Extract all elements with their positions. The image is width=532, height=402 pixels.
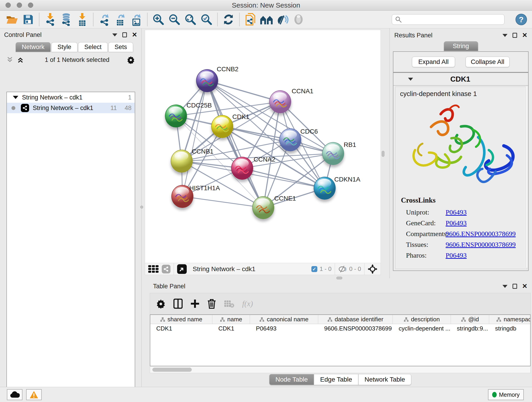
tab-select[interactable]: Select — [78, 42, 108, 52]
node-CCNB2[interactable] — [196, 69, 218, 92]
collapse-triangle-icon[interactable] — [13, 96, 18, 99]
edge-HIST1H1A-CCNE1[interactable] — [182, 196, 263, 208]
cloud-status-button[interactable] — [7, 389, 22, 400]
expand-all-icon[interactable] — [17, 56, 24, 63]
maximize-window-button[interactable] — [28, 2, 33, 8]
node-CCNB1[interactable] — [171, 150, 193, 172]
save-session-button[interactable] — [22, 13, 35, 26]
table-cell[interactable]: stringdb — [489, 324, 531, 333]
import-network-from-database-button[interactable] — [60, 13, 73, 26]
apply-preferred-layout-button[interactable] — [222, 13, 235, 26]
tab-sets[interactable]: Sets — [108, 42, 133, 52]
table-cell[interactable]: CDK1 — [212, 324, 250, 333]
collapse-all-button[interactable]: Collapse All — [466, 57, 510, 67]
minimize-window-button[interactable] — [17, 2, 22, 8]
column-header--id[interactable]: @id — [451, 315, 489, 324]
zoom-out-button[interactable] — [168, 13, 181, 26]
column-header-shared-name[interactable]: shared name — [150, 315, 212, 324]
show-columns-icon[interactable] — [173, 299, 183, 309]
hidden-eye-icon[interactable] — [338, 265, 347, 273]
crosslink-link[interactable]: P06493 — [446, 208, 467, 216]
node-CDKN1A[interactable] — [314, 177, 336, 200]
crosslink-link[interactable]: 9606.ENSP00000378699 — [446, 230, 516, 238]
panel-menu-icon[interactable] — [112, 33, 117, 36]
grid-view-icon[interactable] — [148, 265, 158, 273]
table-horizontal-scrollbar[interactable] — [150, 367, 531, 373]
node-CCNE1[interactable] — [252, 196, 274, 219]
column-header-description[interactable]: description — [393, 315, 451, 324]
table-cell[interactable]: P06493 — [250, 324, 318, 333]
expand-all-button[interactable]: Expand All — [412, 57, 455, 67]
import-network-from-file-button[interactable] — [44, 13, 57, 26]
fit-content-button[interactable] — [184, 13, 197, 26]
horizontal-splitter-handle[interactable] — [336, 277, 342, 279]
node-CDC6[interactable] — [279, 128, 301, 151]
show-all-button[interactable] — [292, 13, 305, 26]
panel-menu-icon[interactable] — [502, 285, 507, 288]
pan-crosshair-icon[interactable] — [368, 264, 377, 274]
hide-selected-button[interactable] — [276, 13, 289, 26]
node-CDK1[interactable] — [211, 115, 233, 138]
string-network-icon[interactable] — [162, 265, 171, 274]
first-neighbors-button[interactable] — [260, 13, 273, 26]
zoom-in-button[interactable] — [152, 13, 165, 26]
crosslink-link[interactable]: P06493 — [446, 251, 467, 259]
search-input[interactable] — [392, 14, 505, 25]
table-cell[interactable]: 9606.ENSP00000378699 — [318, 324, 393, 333]
close-panel-icon[interactable]: ✕ — [132, 32, 137, 38]
protein-entry-header[interactable]: CDK1 — [393, 73, 528, 86]
warnings-button[interactable] — [26, 389, 42, 400]
export-table-button[interactable] — [114, 13, 127, 26]
node-CDC25B[interactable] — [165, 104, 187, 128]
table-cell[interactable]: cyclin-dependent ... — [393, 324, 451, 333]
close-window-button[interactable] — [6, 2, 11, 8]
float-panel-icon[interactable] — [122, 32, 127, 37]
node-RB1[interactable] — [322, 142, 344, 165]
export-image-button[interactable] — [130, 13, 143, 26]
edge-CCNB2-HIST1H1A[interactable] — [182, 81, 207, 196]
help-button[interactable]: ? — [515, 14, 527, 25]
network-row[interactable]: String Network – cdk1 11 48 — [7, 103, 135, 113]
right-splitter-handle[interactable] — [382, 151, 385, 157]
collapse-entry-icon[interactable] — [408, 78, 413, 81]
gear-icon[interactable] — [127, 56, 135, 64]
table-options-gear-icon[interactable] — [156, 299, 166, 308]
tab-network[interactable]: Network — [16, 42, 51, 52]
column-header-canonical-name[interactable]: canonical name — [250, 315, 318, 324]
panel-menu-icon[interactable] — [502, 34, 507, 37]
new-network-from-selection-button[interactable] — [244, 13, 257, 26]
tab-node-table[interactable]: Node Table — [269, 374, 314, 385]
node-CCNA1[interactable] — [269, 90, 291, 113]
network-collection-row[interactable]: String Network – cdk1 1 — [7, 92, 135, 103]
tab-network-table[interactable]: Network Table — [358, 374, 411, 385]
open-in-new-window-button[interactable] — [177, 264, 187, 274]
tab-string[interactable]: String — [444, 41, 478, 51]
results-scrollbar[interactable] — [526, 87, 527, 268]
add-column-plus-icon[interactable] — [190, 299, 200, 308]
export-network-button[interactable] — [98, 13, 111, 26]
table-row[interactable]: CDK1CDK1P064939606.ENSP00000378699cyclin… — [150, 324, 530, 333]
column-header-name[interactable]: name — [212, 315, 250, 324]
zoom-selected-button[interactable] — [200, 13, 213, 26]
column-header-namespace[interactable]: namespace — [489, 315, 531, 324]
scrollbar-thumb[interactable] — [152, 368, 192, 372]
close-panel-icon[interactable]: ✕ — [522, 283, 527, 289]
delete-column-trash-icon[interactable] — [207, 299, 216, 309]
column-header-database-identifier[interactable]: database identifier — [318, 315, 393, 324]
crosslink-link[interactable]: 9606.ENSP00000378699 — [446, 241, 516, 249]
float-panel-icon[interactable] — [513, 284, 517, 289]
table-cell[interactable]: stringdb:9... — [451, 324, 489, 333]
collapse-all-icon[interactable] — [6, 56, 13, 63]
node-CCNA2[interactable] — [231, 157, 253, 180]
left-splitter-handle[interactable] — [140, 206, 143, 209]
crosslink-link[interactable]: P06493 — [446, 219, 467, 227]
selected-nodes-checkbox[interactable]: ✓ — [311, 266, 317, 272]
table-cell[interactable]: CDK1 — [150, 324, 212, 333]
float-panel-icon[interactable] — [513, 33, 517, 38]
import-table-from-file-button[interactable] — [76, 13, 89, 26]
tab-style[interactable]: Style — [51, 42, 77, 52]
close-panel-icon[interactable]: ✕ — [522, 32, 527, 38]
network-canvas[interactable]: CCNB2CCNA1CDC25BCDK1CDC6RB1CCNB1CCNA2CDK… — [145, 30, 381, 263]
tab-edge-table[interactable]: Edge Table — [314, 374, 358, 385]
open-session-button[interactable] — [6, 13, 19, 26]
